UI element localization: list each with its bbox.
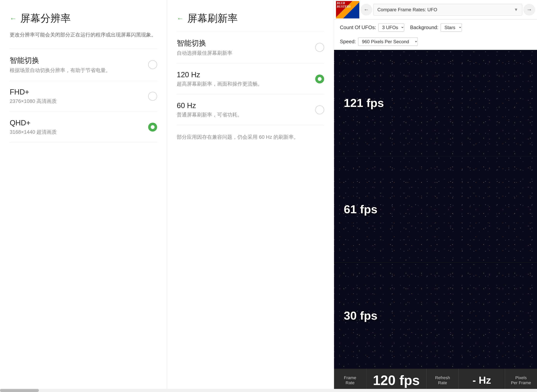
resolution-smart-name: 智能切换 xyxy=(10,56,111,65)
refresh-smart-radio[interactable] xyxy=(315,43,324,52)
fps-121-label: 121 fps xyxy=(334,96,384,110)
stats-bar: FrameRate 120 fps RefreshRate - Hz Pixel… xyxy=(334,369,537,392)
refresh-60hz-name: 60 Hz xyxy=(177,102,242,110)
browser-go-button[interactable]: → xyxy=(523,4,535,15)
refresh-rate-value: - Hz xyxy=(473,375,491,386)
refresh-smart-desc: 自动选择最佳屏幕刷新率 xyxy=(177,50,232,56)
frame-rate-label: FrameRate xyxy=(344,375,356,386)
pixels-per-frame-stat: PixelsPer Frame xyxy=(505,369,537,392)
background-label: Background: xyxy=(410,24,438,30)
frame-rate-value: 120 fps xyxy=(373,373,420,388)
resolution-qhd-desc: 3168×1440 超清画质 xyxy=(10,129,57,135)
frame-test-controls: Count Of UFOs: 3 UFOs 1 UFO 2 UFOs 4 UFO… xyxy=(334,19,537,50)
refresh-rate-label: RefreshRate xyxy=(435,375,450,386)
refresh-120hz-radio[interactable] xyxy=(315,75,324,84)
refresh-rate-options: 智能切换 自动选择最佳屏幕刷新率 120 Hz 超高屏幕刷新率，画面和操作更流畅… xyxy=(177,31,324,125)
frame-rate-panel: BLURBUSTERS ← Compare Frame Rates: UFO ▼… xyxy=(334,0,537,392)
resolution-qhd-name: QHD+ xyxy=(10,119,57,127)
refresh-rate-back-button[interactable]: ← xyxy=(177,15,184,22)
speed-control: Speed: 960 Pixels Per Second 480 Pixels … xyxy=(340,37,418,46)
frame-rate-value-block: 120 fps xyxy=(366,369,427,392)
resolution-back-button[interactable]: ← xyxy=(10,15,17,22)
background-select[interactable]: Stars Black Gray xyxy=(441,23,462,32)
refresh-option-120hz[interactable]: 120 Hz 超高屏幕刷新率，画面和操作更流畅。 xyxy=(177,64,324,94)
ufo-count-select[interactable]: 3 UFOs 1 UFO 2 UFOs 4 UFOs xyxy=(378,23,404,32)
resolution-fhd-desc: 2376×1080 高清画质 xyxy=(10,98,57,105)
ufo-count-control: Count Of UFOs: 3 UFOs 1 UFO 2 UFOs 4 UFO… xyxy=(340,23,404,32)
refresh-rate-stat: RefreshRate xyxy=(427,369,459,392)
fps-display-area: 121 fps 61 fps 30 fps xyxy=(334,50,537,369)
refresh-60hz-radio[interactable] xyxy=(315,105,324,114)
resolution-qhd-radio[interactable] xyxy=(148,123,157,131)
background-control: Background: Stars Black Gray xyxy=(410,23,462,32)
resolution-fhd-radio[interactable] xyxy=(148,92,157,101)
refresh-note: 部分应用因存在兼容问题，仍会采用 60 Hz 的刷新率。 xyxy=(177,133,324,141)
refresh-smart-name: 智能切换 xyxy=(177,38,232,48)
refresh-120hz-name: 120 Hz xyxy=(177,71,263,79)
browser-back-button[interactable]: ← xyxy=(361,4,372,15)
refresh-rate-title: 屏幕刷新率 xyxy=(187,12,238,25)
resolution-title: 屏幕分辨率 xyxy=(20,12,71,25)
resolution-smart-desc: 根据场景自动切换分辨率，有助于节省电量。 xyxy=(10,67,111,74)
fps-row-121: 121 fps xyxy=(334,50,537,156)
resolution-smart-radio[interactable] xyxy=(148,60,157,69)
resolution-warning: 更改分辨率可能会关闭部分正在运行的程序或出现屏幕闪黑现象。 xyxy=(10,31,157,39)
resolution-fhd-name: FHD+ xyxy=(10,88,57,96)
speed-label: Speed: xyxy=(340,39,356,45)
refresh-option-60hz[interactable]: 60 Hz 普通屏幕刷新率，可省功耗。 xyxy=(177,94,324,125)
refresh-rate-value-block: - Hz xyxy=(459,369,505,392)
refresh-rate-header: ← 屏幕刷新率 xyxy=(177,12,324,25)
fps-row-30: 30 fps xyxy=(334,263,537,369)
resolution-options: 智能切换 根据场景自动切换分辨率，有助于节省电量。 FHD+ 2376×1080… xyxy=(10,48,157,143)
refresh-option-smart[interactable]: 智能切换 自动选择最佳屏幕刷新率 xyxy=(177,31,324,64)
fps-30-label: 30 fps xyxy=(334,309,377,322)
refresh-rate-panel: ← 屏幕刷新率 智能切换 自动选择最佳屏幕刷新率 120 Hz 超高屏幕刷新率，… xyxy=(167,0,334,392)
browser-header: BLURBUSTERS ← Compare Frame Rates: UFO ▼… xyxy=(334,0,537,19)
refresh-120hz-desc: 超高屏幕刷新率，画面和操作更流畅。 xyxy=(177,80,263,87)
resolution-option-smart[interactable]: 智能切换 根据场景自动切换分辨率，有助于节省电量。 xyxy=(10,48,157,81)
ufo-count-label: Count Of UFOs: xyxy=(340,24,376,30)
resolution-panel: ← 屏幕分辨率 更改分辨率可能会关闭部分正在运行的程序或出现屏幕闪黑现象。 智能… xyxy=(0,0,167,392)
url-text: Compare Frame Rates: UFO xyxy=(377,7,437,12)
resolution-option-fhd[interactable]: FHD+ 2376×1080 高清画质 xyxy=(10,81,157,112)
browser-thumbnail: BLURBUSTERS xyxy=(336,1,359,19)
thumbnail-text: BLURBUSTERS xyxy=(337,1,351,8)
frame-rate-stat: FrameRate xyxy=(334,369,366,392)
scrollbar-area xyxy=(0,389,537,392)
fps-61-label: 61 fps xyxy=(334,203,377,216)
resolution-header: ← 屏幕分辨率 xyxy=(10,12,157,25)
resolution-option-qhd[interactable]: QHD+ 3168×1440 超清画质 xyxy=(10,112,157,143)
browser-url-bar[interactable]: Compare Frame Rates: UFO ▼ xyxy=(373,4,522,15)
fps-row-61: 61 fps xyxy=(334,156,537,263)
pixels-per-frame-label: PixelsPer Frame xyxy=(511,375,531,386)
url-dropdown-icon: ▼ xyxy=(514,7,518,12)
scrollbar-thumb[interactable] xyxy=(0,389,39,392)
refresh-60hz-desc: 普通屏幕刷新率，可省功耗。 xyxy=(177,111,242,118)
speed-select[interactable]: 960 Pixels Per Second 480 Pixels Per Sec… xyxy=(358,37,418,46)
